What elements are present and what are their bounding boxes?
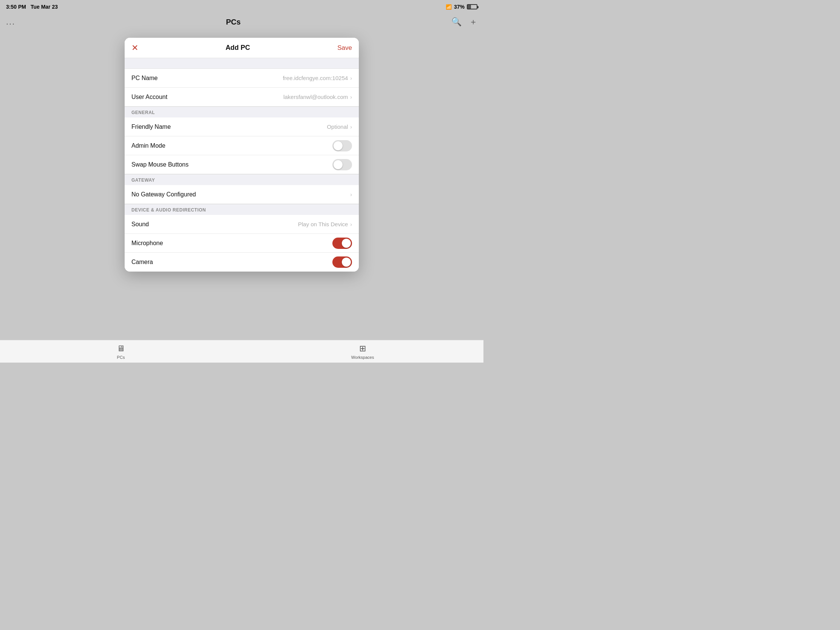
sound-chevron: ›	[350, 221, 352, 227]
gateway-row[interactable]: No Gateway Configured ›	[125, 185, 359, 204]
status-left: 3:50 PM Tue Mar 23	[6, 4, 58, 10]
close-button[interactable]: ✕	[131, 44, 138, 52]
admin-mode-label: Admin Mode	[131, 142, 166, 149]
workspaces-tab-icon: ⊞	[359, 344, 366, 354]
user-account-value-group: lakersfanwl@outlook.com ›	[283, 94, 352, 100]
nav-ellipsis[interactable]: ...	[6, 17, 15, 27]
friendly-name-label: Friendly Name	[131, 123, 171, 130]
pcs-tab-label: PCs	[117, 355, 125, 360]
friendly-name-value: Optional	[327, 123, 348, 130]
microphone-row: Microphone	[125, 234, 359, 253]
camera-label: Camera	[131, 259, 153, 265]
nav-title: PCs	[226, 18, 241, 27]
swap-mouse-label: Swap Mouse Buttons	[131, 161, 188, 168]
status-bar: 3:50 PM Tue Mar 23 📶 37%	[0, 0, 483, 14]
user-account-value: lakersfanwl@outlook.com	[283, 94, 348, 100]
sound-row[interactable]: Sound Play on This Device ›	[125, 215, 359, 234]
battery-percent: 37%	[454, 4, 464, 10]
gateway-value-group: ›	[350, 191, 352, 197]
gateway-chevron: ›	[350, 191, 352, 197]
microphone-label: Microphone	[131, 240, 163, 246]
add-pc-modal: ✕ Add PC Save PC Name free.idcfengye.com…	[125, 38, 359, 272]
pc-name-value-group: free.idcfengye.com:10254 ›	[283, 75, 352, 81]
add-button[interactable]: ＋	[469, 16, 477, 28]
modal-header: ✕ Add PC Save	[125, 38, 359, 58]
camera-toggle[interactable]	[332, 256, 352, 268]
user-account-chevron: ›	[350, 94, 352, 100]
device-audio-section-header: DEVICE & AUDIO REDIRECTION	[125, 204, 359, 215]
general-section-header: GENERAL	[125, 106, 359, 117]
tab-workspaces[interactable]: ⊞ Workspaces	[242, 341, 483, 362]
friendly-name-value-group: Optional ›	[327, 123, 352, 130]
modal-blank-section	[125, 58, 359, 69]
workspaces-tab-label: Workspaces	[351, 355, 374, 360]
gateway-label: No Gateway Configured	[131, 191, 196, 198]
swap-mouse-toggle[interactable]	[332, 159, 352, 171]
pcs-tab-icon: 🖥	[117, 344, 125, 354]
wifi-icon: 📶	[446, 4, 452, 10]
admin-mode-toggle[interactable]	[332, 140, 352, 152]
sound-label: Sound	[131, 221, 149, 228]
save-button[interactable]: Save	[337, 44, 352, 52]
status-time: 3:50 PM	[6, 4, 26, 10]
nav-icons: 🔍 ＋	[452, 16, 477, 28]
admin-mode-row: Admin Mode	[125, 136, 359, 155]
camera-row: Camera	[125, 253, 359, 272]
battery-icon	[467, 4, 477, 9]
sound-value-group: Play on This Device ›	[298, 221, 352, 227]
sound-value: Play on This Device	[298, 221, 348, 227]
pc-name-label: PC Name	[131, 75, 158, 82]
user-account-label: User Account	[131, 94, 167, 101]
modal-title: Add PC	[226, 44, 250, 52]
pc-name-chevron: ›	[350, 75, 352, 81]
status-date: Tue Mar 23	[31, 4, 58, 10]
pc-name-value: free.idcfengye.com:10254	[283, 75, 348, 81]
status-right: 📶 37%	[446, 4, 477, 10]
gateway-section-header: GATEWAY	[125, 174, 359, 185]
pc-name-row[interactable]: PC Name free.idcfengye.com:10254 ›	[125, 69, 359, 88]
tab-pcs[interactable]: 🖥 PCs	[0, 341, 242, 362]
search-button[interactable]: 🔍	[452, 17, 461, 27]
user-account-row[interactable]: User Account lakersfanwl@outlook.com ›	[125, 88, 359, 106]
modal-overlay: ✕ Add PC Save PC Name free.idcfengye.com…	[0, 30, 483, 340]
microphone-toggle[interactable]	[332, 238, 352, 249]
swap-mouse-row: Swap Mouse Buttons	[125, 155, 359, 174]
nav-bar: ... PCs 🔍 ＋	[0, 14, 483, 30]
friendly-name-chevron: ›	[350, 124, 352, 130]
tab-bar: 🖥 PCs ⊞ Workspaces	[0, 340, 483, 363]
friendly-name-row[interactable]: Friendly Name Optional ›	[125, 117, 359, 136]
